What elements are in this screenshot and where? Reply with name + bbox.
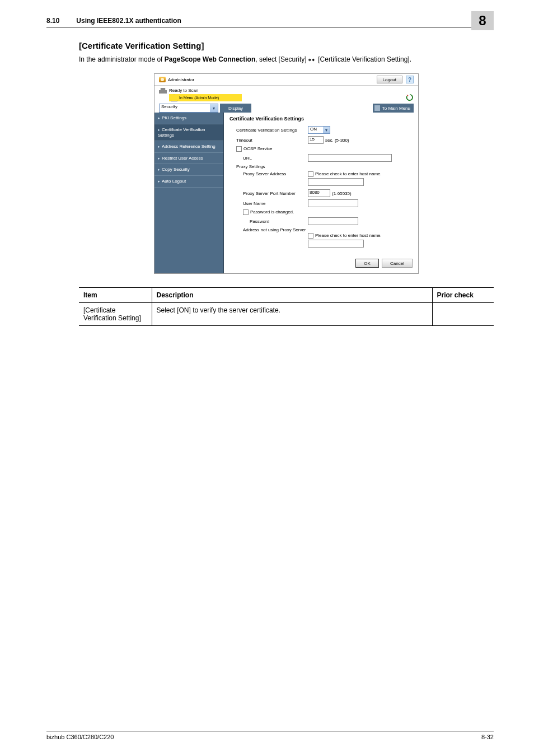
- intro-suffix: [Certificate Verification Setting].: [316, 55, 411, 63]
- no-proxy-input[interactable]: [308, 240, 364, 248]
- ocsp-label: OCSP Service: [243, 147, 272, 152]
- sidebar: PKI Settings Certificate Verification Se…: [154, 113, 224, 273]
- mode-select[interactable]: Security: [159, 104, 218, 113]
- password-changed-checkbox[interactable]: [243, 209, 249, 215]
- password-changed-label: Password is changed.: [250, 210, 294, 215]
- timeout-unit: sec. (5-300): [325, 138, 349, 143]
- page-footer: bizhub C360/C280/C220 8-32: [46, 731, 494, 740]
- td-prior-check: [432, 303, 494, 326]
- proxy-settings-label: Proxy Settings: [229, 164, 308, 169]
- cvs-label: Certificate Verification Settings: [229, 128, 308, 133]
- password-input[interactable]: [308, 217, 358, 225]
- ocsp-toggle[interactable]: OCSP Service: [229, 146, 308, 152]
- to-main-menu-button[interactable]: To Main Menu: [373, 104, 414, 113]
- intro-mid: , select [Security]: [255, 55, 308, 63]
- no-proxy-hostname-label: Please check to enter host name.: [315, 234, 382, 239]
- url-input[interactable]: [308, 154, 392, 162]
- chapter-number-badge: 8: [471, 11, 494, 30]
- logout-button[interactable]: Logout: [377, 76, 402, 83]
- password-label: Password: [229, 219, 308, 224]
- running-header: 8.10 Using IEEE802.1X authentication: [46, 17, 494, 27]
- footer-product: bizhub C360/C280/C220: [46, 734, 114, 740]
- refresh-icon[interactable]: [406, 94, 414, 101]
- footer-page-number: 8-32: [481, 734, 494, 740]
- main-heading: Certificate Verification Settings: [229, 116, 413, 122]
- proxy-port-range: (1-65535): [332, 191, 352, 196]
- page-heading: [Certificate Verification Setting]: [79, 41, 494, 50]
- proxy-server-address-label: Proxy Server Address: [229, 171, 308, 176]
- timeout-input[interactable]: 15: [308, 136, 324, 144]
- ok-button[interactable]: OK: [355, 259, 379, 268]
- proxy-port-label: Proxy Server Port Number: [229, 191, 308, 196]
- psa-hostname-checkbox[interactable]: [308, 171, 313, 177]
- cancel-button[interactable]: Cancel: [382, 259, 413, 268]
- webconnection-screenshot: Administrator Logout ? Ready to Scan In …: [154, 73, 419, 274]
- sidebar-item-restrict-user[interactable]: Restrict User Access: [154, 153, 223, 165]
- intro-bold: PageScope Web Connection: [165, 55, 255, 63]
- no-proxy-hostname-checkbox[interactable]: [308, 233, 313, 239]
- username-label: User Name: [229, 201, 308, 206]
- psa-hostname-label: Please check to enter host name.: [315, 172, 382, 177]
- timeout-label: Timeout: [229, 138, 308, 143]
- administrator-icon: [159, 77, 166, 82]
- cvs-select[interactable]: ON: [308, 126, 330, 134]
- proxy-port-input[interactable]: 8080: [308, 189, 330, 197]
- ocsp-checkbox[interactable]: [236, 146, 242, 152]
- th-prior-check: Prior check: [432, 288, 494, 303]
- arrow-icon: [308, 58, 316, 62]
- td-item: [Certificate Verification Setting]: [79, 303, 152, 326]
- sidebar-item-copy-security[interactable]: Copy Security: [154, 164, 223, 176]
- item-description-table: Item Description Prior check [Certificat…: [79, 287, 494, 326]
- password-changed-toggle[interactable]: Password is changed.: [229, 209, 308, 215]
- table-row: [Certificate Verification Setting] Selec…: [79, 303, 494, 326]
- username-input[interactable]: [308, 199, 358, 207]
- intro-prefix: In the administrator mode of: [79, 55, 165, 63]
- status-ready-label: Ready to Scan: [169, 88, 198, 93]
- psa-input[interactable]: [308, 178, 364, 186]
- sidebar-item-pki[interactable]: PKI Settings: [154, 113, 223, 124]
- sidebar-item-auto-logout[interactable]: Auto Logout: [154, 176, 223, 188]
- section-title: Using IEEE802.1X authentication: [76, 17, 181, 25]
- administrator-label: Administrator: [168, 77, 194, 82]
- url-label: URL: [229, 156, 308, 161]
- th-description: Description: [152, 288, 432, 303]
- display-button[interactable]: Display: [220, 104, 251, 113]
- sidebar-item-address-ref[interactable]: Address Reference Setting: [154, 141, 223, 153]
- sidebar-item-cert-verif[interactable]: Certificate Verification Settings: [154, 124, 223, 141]
- help-icon[interactable]: ?: [406, 76, 414, 83]
- printer-icon: [159, 88, 167, 94]
- status-warn-label: In Menu (Admin Mode): [179, 96, 219, 100]
- td-description: Select [ON] to verify the server certifi…: [152, 303, 432, 326]
- th-item: Item: [79, 288, 152, 303]
- intro-paragraph: In the administrator mode of PageScope W…: [79, 55, 494, 64]
- section-number: 8.10: [46, 17, 59, 25]
- status-warn-bar: In Menu (Admin Mode): [169, 94, 242, 101]
- no-proxy-address-label: Address not using Proxy Server: [229, 227, 308, 232]
